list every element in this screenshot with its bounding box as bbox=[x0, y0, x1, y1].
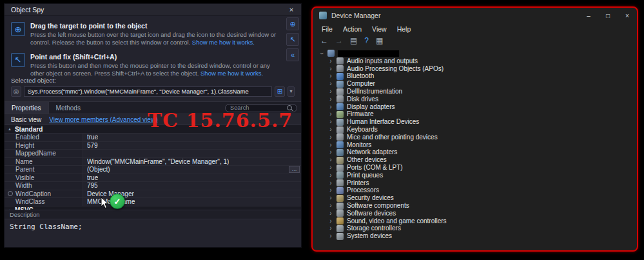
close-button[interactable]: × bbox=[618, 8, 637, 23]
chevron-right-icon[interactable]: › bbox=[328, 104, 333, 110]
chevron-right-icon[interactable]: › bbox=[328, 96, 333, 103]
chevron-right-icon[interactable]: › bbox=[328, 210, 333, 217]
chevron-right-icon[interactable]: › bbox=[328, 157, 333, 163]
more-options-button[interactable]: ▾ bbox=[288, 86, 295, 97]
chevron-right-icon[interactable]: › bbox=[328, 134, 333, 141]
tree-item-audio-inputs-and-outputs[interactable]: › Audio inputs and outputs bbox=[317, 57, 637, 65]
tree-item-disk-drives[interactable]: › Disk drives bbox=[317, 95, 637, 103]
chevron-right-icon[interactable]: › bbox=[328, 203, 333, 209]
chevron-right-icon[interactable]: › bbox=[328, 81, 333, 87]
chevron-down-icon[interactable]: › bbox=[318, 51, 325, 56]
disk-icon bbox=[337, 95, 344, 103]
chevron-right-icon[interactable]: › bbox=[328, 195, 333, 201]
show-me-link[interactable]: Show me how it works. bbox=[200, 70, 263, 77]
tree-item-bluetooth[interactable]: › Bluetooth bbox=[317, 73, 637, 81]
chevron-right-icon[interactable]: › bbox=[328, 126, 333, 133]
chevron-right-icon[interactable]: › bbox=[328, 172, 333, 179]
instruction-section: ⊕ Drag the target to point to the object… bbox=[11, 22, 284, 47]
tree-item-sound-video-and-game-controllers[interactable]: › Sound, video and game controllers bbox=[317, 217, 637, 225]
property-row-wndcaption[interactable]: WndCaption Device Manager bbox=[5, 190, 301, 199]
collapse-panel-button[interactable]: « bbox=[286, 48, 299, 61]
chevron-right-icon[interactable]: › bbox=[328, 218, 333, 225]
search-box[interactable] bbox=[225, 104, 297, 112]
search-input[interactable] bbox=[230, 105, 284, 111]
finder-tool-button[interactable]: ⊕ bbox=[286, 17, 299, 30]
chevron-right-icon[interactable]: › bbox=[328, 111, 333, 117]
chevron-right-icon[interactable]: › bbox=[328, 66, 333, 72]
tree-item-monitors[interactable]: › Monitors bbox=[317, 141, 637, 149]
property-row-width[interactable]: Width 795 bbox=[5, 182, 301, 190]
menu-help[interactable]: Help bbox=[392, 25, 416, 33]
print-queue-icon bbox=[337, 172, 344, 179]
tab-methods[interactable]: Methods bbox=[49, 102, 88, 114]
tree-item-network-adapters[interactable]: › Network adapters bbox=[317, 149, 637, 157]
tab-properties[interactable]: Properties bbox=[5, 102, 49, 114]
chevron-right-icon[interactable]: › bbox=[328, 165, 333, 171]
property-row-visible[interactable]: Visible true bbox=[5, 174, 301, 183]
point-and-fix-button[interactable]: ↖ bbox=[286, 33, 299, 46]
help-icon[interactable]: ? bbox=[364, 37, 369, 45]
tree-item-storage-controllers[interactable]: › Storage controllers bbox=[317, 225, 637, 233]
menu-view[interactable]: View bbox=[367, 25, 392, 33]
chevron-right-icon[interactable]: › bbox=[328, 142, 333, 148]
security-icon bbox=[337, 195, 344, 202]
mouse-cursor-icon bbox=[101, 197, 109, 209]
highlight-object-button[interactable]: ◎ bbox=[11, 86, 21, 97]
chevron-right-icon[interactable]: › bbox=[328, 58, 333, 65]
property-row-wndclass[interactable]: WndClass MMCMainFrame bbox=[5, 198, 301, 206]
ports-icon bbox=[337, 165, 344, 172]
forward-icon[interactable]: → bbox=[335, 37, 343, 45]
advanced-view-link[interactable]: View more members (Advanced view) bbox=[49, 116, 157, 123]
show-console-tree-icon[interactable]: ▤ bbox=[350, 37, 357, 45]
tree-item-dellinstrumentation[interactable]: › DellInstrumentation bbox=[317, 88, 637, 95]
property-row-mappedname[interactable]: MappedName bbox=[5, 150, 301, 158]
tree-item-human-interface-devices[interactable]: › Human Interface Devices bbox=[317, 118, 637, 126]
tree-item-computer[interactable]: › Computer bbox=[317, 80, 637, 88]
property-row-enabled[interactable]: Enabled true bbox=[5, 134, 301, 142]
group-standard[interactable]: ▲ Standard bbox=[5, 125, 301, 134]
chevron-right-icon[interactable]: › bbox=[328, 187, 333, 194]
chevron-right-icon[interactable]: › bbox=[328, 225, 333, 232]
tree-item-print-queues[interactable]: › Print queues bbox=[317, 172, 637, 179]
chevron-right-icon[interactable]: › bbox=[328, 233, 333, 239]
tree-item-printers[interactable]: › Printers bbox=[317, 179, 637, 187]
minimize-button[interactable]: – bbox=[579, 8, 598, 23]
tree-root-computer[interactable]: › bbox=[317, 49, 637, 57]
tree-item-mice-and-other-pointing-devices[interactable]: › Mice and other pointing devices bbox=[317, 134, 637, 141]
tree-item-software-components[interactable]: › Software components bbox=[317, 202, 637, 210]
chevron-right-icon[interactable]: › bbox=[328, 88, 333, 95]
maximize-button[interactable]: □ bbox=[598, 8, 618, 23]
object-spy-titlebar[interactable]: Object Spy × bbox=[5, 4, 301, 16]
printer-icon bbox=[337, 179, 344, 186]
device-manager-titlebar[interactable]: Device Manager – □ × bbox=[313, 8, 637, 23]
show-me-link[interactable]: Show me how it works. bbox=[192, 39, 255, 46]
close-icon[interactable]: × bbox=[287, 6, 296, 14]
tree-item-audio-processing-objects-apos[interactable]: › Audio Processing Objects (APOs) bbox=[317, 65, 637, 73]
tree-item-display-adapters[interactable]: › Display adapters bbox=[317, 103, 637, 111]
chevron-right-icon[interactable]: › bbox=[328, 73, 333, 79]
chevron-right-icon[interactable]: › bbox=[328, 149, 333, 155]
tree-item-system-devices[interactable]: › System devices bbox=[317, 232, 637, 240]
tree-item-other-devices[interactable]: › Other devices bbox=[317, 156, 637, 164]
properties-icon[interactable]: ▦ bbox=[376, 37, 383, 45]
menu-file[interactable]: File bbox=[317, 25, 338, 33]
audio-processing-icon bbox=[337, 65, 344, 72]
chevron-right-icon[interactable]: › bbox=[328, 180, 333, 186]
map-object-button[interactable]: ⊞ bbox=[275, 86, 285, 97]
property-row-height[interactable]: Height 579 bbox=[5, 142, 301, 150]
expand-object-button[interactable]: … bbox=[289, 166, 300, 173]
processor-icon bbox=[337, 187, 344, 194]
selected-object-field[interactable]: Sys.Process("mmc").Window("MMCMainFrame"… bbox=[24, 86, 272, 97]
tree-item-software-devices[interactable]: › Software devices bbox=[317, 210, 637, 217]
tree-item-security-devices[interactable]: › Security devices bbox=[317, 194, 637, 202]
back-icon[interactable]: ← bbox=[320, 37, 328, 45]
property-row-name[interactable]: Name Window("MMCMainFrame", "Device Mana… bbox=[5, 158, 301, 166]
tree-item-processors[interactable]: › Processors bbox=[317, 187, 637, 195]
chevron-right-icon[interactable]: › bbox=[328, 119, 333, 125]
tree-item-ports-com-lpt[interactable]: › Ports (COM & LPT) bbox=[317, 164, 637, 172]
property-row-parent[interactable]: Parent (Object) … bbox=[5, 166, 301, 174]
device-tree: › › Audio inputs and outputs › Audio Pro… bbox=[313, 47, 637, 250]
tree-item-keyboards[interactable]: › Keyboards bbox=[317, 126, 637, 134]
tree-item-firmware[interactable]: › Firmware bbox=[317, 111, 637, 119]
menu-action[interactable]: Action bbox=[338, 25, 367, 33]
